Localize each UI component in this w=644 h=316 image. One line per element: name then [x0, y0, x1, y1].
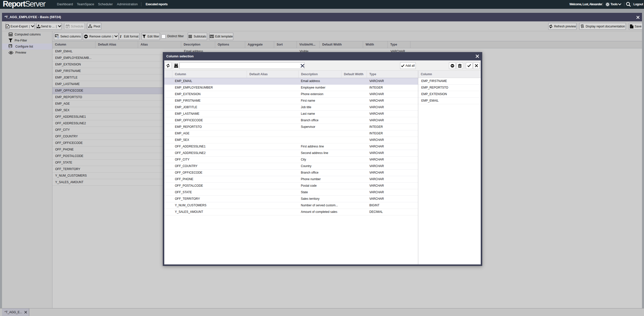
svg-text:x: x: [7, 25, 8, 28]
svg-text:I: I: [120, 34, 122, 38]
